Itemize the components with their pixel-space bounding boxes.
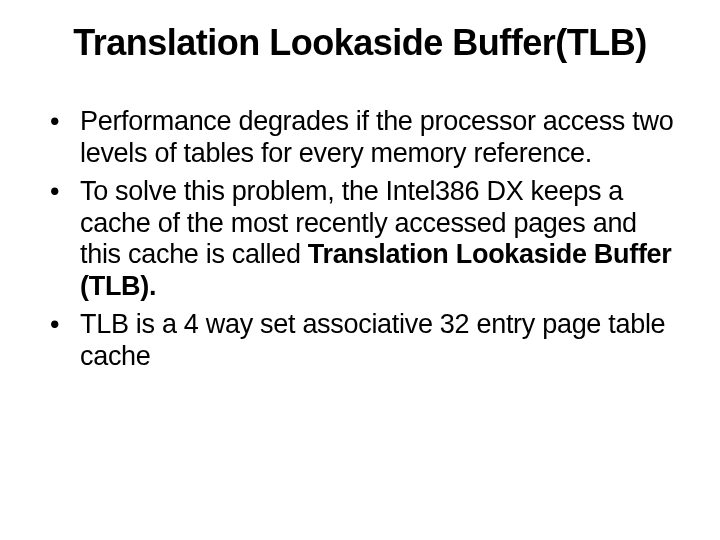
bullet-text: TLB is a 4 way set associative 32 entry … xyxy=(80,309,665,371)
slide-container: Translation Lookaside Buffer(TLB) Perfor… xyxy=(0,0,720,540)
bullet-item: Performance degrades if the processor ac… xyxy=(44,106,684,170)
bullet-item: TLB is a 4 way set associative 32 entry … xyxy=(44,309,684,373)
bullet-item: To solve this problem, the Intel386 DX k… xyxy=(44,176,684,303)
bullet-list: Performance degrades if the processor ac… xyxy=(36,106,684,373)
slide-title: Translation Lookaside Buffer(TLB) xyxy=(36,22,684,64)
bullet-text: Performance degrades if the processor ac… xyxy=(80,106,673,168)
